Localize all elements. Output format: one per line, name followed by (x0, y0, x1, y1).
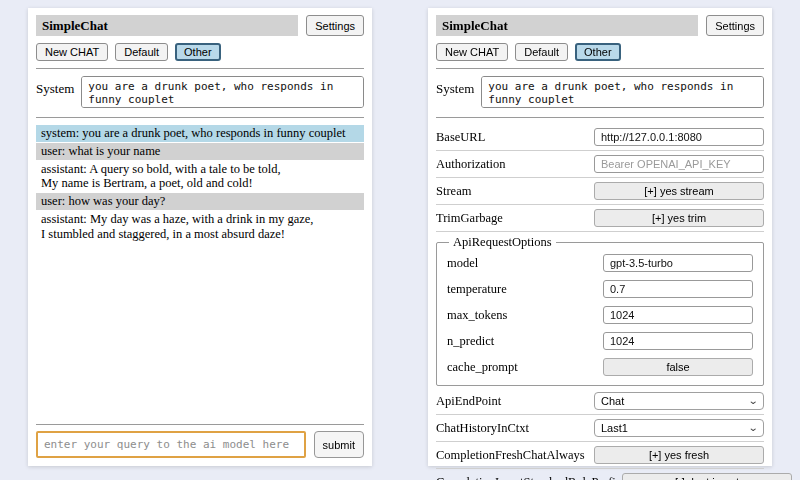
chevron-down-icon: ⌄ (747, 423, 758, 433)
max-tokens-input[interactable] (603, 306, 753, 324)
query-row: submit (36, 431, 364, 458)
session-row: New CHAT Default Other (36, 43, 364, 61)
authorization-input[interactable] (594, 155, 764, 173)
api-request-options-legend: ApiRequestOptions (449, 235, 556, 250)
apiendpoint-selected-value: Chat (601, 395, 624, 407)
divider (36, 117, 364, 118)
setting-row-cache-prompt: cache_prompt false (447, 354, 753, 380)
n-predict-label: n_predict (447, 334, 494, 349)
chat-message-user: user: what is your name (36, 143, 364, 160)
system-row: System you are a drunk poet, who respond… (36, 76, 364, 108)
stream-label: Stream (436, 184, 471, 199)
n-predict-input[interactable] (603, 332, 753, 350)
divider (36, 68, 364, 69)
chat-message-system: system: you are a drunk poet, who respon… (36, 125, 364, 142)
system-row: System you are a drunk poet, who respond… (436, 76, 764, 108)
baseurl-input[interactable] (594, 128, 764, 146)
page: SimpleChat Settings New CHAT Default Oth… (0, 0, 800, 480)
system-label: System (36, 76, 74, 97)
completioninsertstandardroleprefix-toggle-button[interactable]: [-] dont insert (622, 473, 792, 480)
query-input[interactable] (36, 431, 306, 458)
app-title: SimpleChat (436, 15, 698, 36)
setting-row-baseurl: BaseURL (436, 124, 764, 151)
app-title: SimpleChat (36, 15, 298, 36)
trimgarbage-label: TrimGarbage (436, 211, 503, 226)
titlebar: SimpleChat Settings (36, 15, 364, 36)
model-input[interactable] (603, 254, 753, 272)
baseurl-label: BaseURL (436, 130, 485, 145)
setting-row-model: model (447, 250, 753, 276)
setting-row-authorization: Authorization (436, 151, 764, 178)
session-button-default[interactable]: Default (515, 43, 568, 61)
chathistoryinctxt-select[interactable]: Last1 ⌄ (594, 419, 764, 437)
temperature-input[interactable] (603, 280, 753, 298)
completionfreshchatalways-toggle-button[interactable]: [+] yes fresh (594, 446, 764, 464)
apiendpoint-select[interactable]: Chat ⌄ (594, 392, 764, 410)
system-prompt-input[interactable]: you are a drunk poet, who responds in fu… (481, 76, 764, 108)
setting-row-n-predict: n_predict (447, 328, 753, 354)
setting-row-temperature: temperature (447, 276, 753, 302)
setting-row-apiendpoint: ApiEndPoint Chat ⌄ (436, 388, 764, 415)
setting-row-completioninsertstandardroleprefix: CompletionInsertStandardRolePrefix [-] d… (436, 469, 764, 480)
model-label: model (447, 256, 478, 271)
completionfreshchatalways-label: CompletionFreshChatAlways (436, 448, 585, 463)
setting-row-chathistoryinctxt: ChatHistoryInCtxt Last1 ⌄ (436, 415, 764, 442)
api-request-options-fieldset: ApiRequestOptions model temperature max_… (436, 235, 764, 386)
chat-messages: system: you are a drunk poet, who respon… (36, 125, 364, 420)
authorization-label: Authorization (436, 157, 505, 172)
chat-panel: SimpleChat Settings New CHAT Default Oth… (28, 8, 372, 466)
chathistoryinctxt-selected-value: Last1 (601, 422, 628, 434)
divider (436, 117, 764, 118)
apiendpoint-label: ApiEndPoint (436, 394, 501, 409)
stream-toggle-button[interactable]: [+] yes stream (594, 182, 764, 200)
session-row: New CHAT Default Other (436, 43, 764, 61)
chathistoryinctxt-label: ChatHistoryInCtxt (436, 421, 529, 436)
chat-message-assistant: assistant: A query so bold, with a tale … (36, 161, 364, 193)
trimgarbage-toggle-button[interactable]: [+] yes trim (594, 209, 764, 227)
chat-message-user: user: how was your day? (36, 193, 364, 210)
titlebar: SimpleChat Settings (436, 15, 764, 36)
setting-row-max-tokens: max_tokens (447, 302, 753, 328)
temperature-label: temperature (447, 282, 507, 297)
session-button-other[interactable]: Other (575, 43, 621, 61)
cache-prompt-toggle-button[interactable]: false (603, 358, 753, 376)
setting-row-stream: Stream [+] yes stream (436, 178, 764, 205)
settings-list: BaseURL Authorization Stream [+] yes str… (436, 124, 764, 480)
chevron-down-icon: ⌄ (747, 396, 758, 406)
chat-message-assistant: assistant: My day was a haze, with a dri… (36, 211, 364, 243)
settings-button[interactable]: Settings (306, 15, 364, 36)
cache-prompt-label: cache_prompt (447, 360, 518, 375)
max-tokens-label: max_tokens (447, 308, 507, 323)
system-prompt-input[interactable]: you are a drunk poet, who responds in fu… (81, 76, 364, 108)
divider (436, 68, 764, 69)
settings-panel: SimpleChat Settings New CHAT Default Oth… (428, 8, 772, 466)
session-button-new-chat[interactable]: New CHAT (436, 43, 508, 61)
completioninsertstandardroleprefix-label: CompletionInsertStandardRolePrefix (436, 475, 622, 480)
session-button-new-chat[interactable]: New CHAT (36, 43, 108, 61)
system-label: System (436, 76, 474, 97)
divider (36, 424, 364, 425)
session-button-other[interactable]: Other (175, 43, 221, 61)
session-button-default[interactable]: Default (115, 43, 168, 61)
setting-row-trimgarbage: TrimGarbage [+] yes trim (436, 205, 764, 232)
setting-row-completionfreshchatalways: CompletionFreshChatAlways [+] yes fresh (436, 442, 764, 469)
submit-button[interactable]: submit (314, 431, 364, 458)
settings-button[interactable]: Settings (706, 15, 764, 36)
